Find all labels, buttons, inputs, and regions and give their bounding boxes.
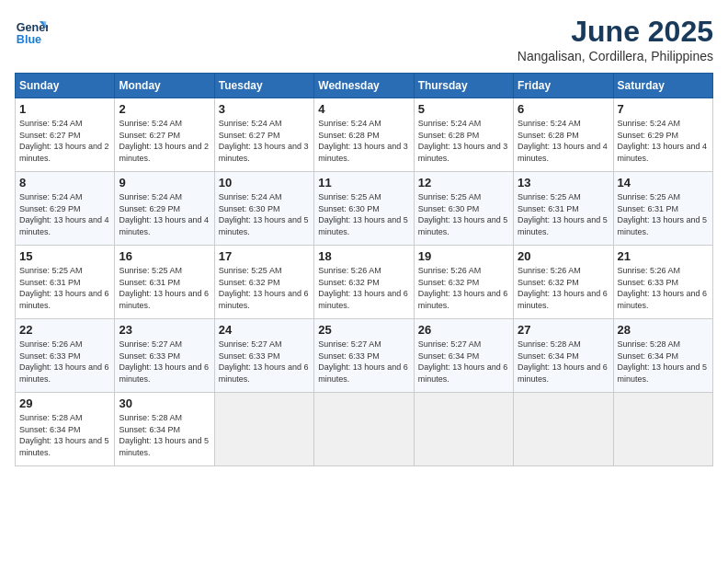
calendar-day-cell: 24 Sunrise: 5:27 AM Sunset: 6:33 PM Dayl… [214, 319, 313, 393]
calendar-week-row: 22 Sunrise: 5:26 AM Sunset: 6:33 PM Dayl… [16, 319, 713, 393]
main-title: June 2025 [518, 15, 713, 49]
calendar-day-cell: 10 Sunrise: 5:24 AM Sunset: 6:30 PM Dayl… [214, 172, 313, 246]
calendar-day-header: Wednesday [314, 74, 414, 98]
calendar-day-cell: 22 Sunrise: 5:26 AM Sunset: 6:33 PM Dayl… [16, 319, 115, 393]
calendar-table: SundayMondayTuesdayWednesdayThursdayFrid… [15, 73, 713, 466]
calendar-day-cell: 4 Sunrise: 5:24 AM Sunset: 6:28 PM Dayli… [314, 98, 414, 172]
day-number: 2 [119, 102, 210, 116]
calendar-day-header: Saturday [613, 74, 712, 98]
day-info: Sunrise: 5:24 AM Sunset: 6:28 PM Dayligh… [518, 118, 609, 164]
calendar-day-header: Monday [115, 74, 214, 98]
day-number: 22 [19, 323, 110, 337]
day-info: Sunrise: 5:28 AM Sunset: 6:34 PM Dayligh… [19, 412, 110, 458]
calendar-day-cell [214, 393, 313, 466]
day-info: Sunrise: 5:26 AM Sunset: 6:32 PM Dayligh… [518, 265, 609, 311]
day-number: 12 [418, 176, 509, 190]
calendar-day-cell: 26 Sunrise: 5:27 AM Sunset: 6:34 PM Dayl… [414, 319, 513, 393]
day-number: 18 [318, 249, 409, 263]
calendar-day-header: Tuesday [214, 74, 313, 98]
day-number: 3 [219, 102, 310, 116]
subtitle: Nangalisan, Cordillera, Philippines [518, 49, 713, 63]
calendar-day-header: Sunday [16, 74, 115, 98]
calendar-day-cell: 1 Sunrise: 5:24 AM Sunset: 6:27 PM Dayli… [16, 98, 115, 172]
calendar-day-cell [613, 393, 712, 466]
day-info: Sunrise: 5:25 AM Sunset: 6:30 PM Dayligh… [318, 191, 409, 237]
day-info: Sunrise: 5:25 AM Sunset: 6:31 PM Dayligh… [518, 191, 609, 237]
day-number: 23 [119, 323, 210, 337]
day-info: Sunrise: 5:24 AM Sunset: 6:27 PM Dayligh… [19, 118, 110, 164]
calendar-day-cell [414, 393, 513, 466]
calendar-day-cell [514, 393, 613, 466]
calendar-week-row: 15 Sunrise: 5:25 AM Sunset: 6:31 PM Dayl… [16, 246, 713, 319]
calendar-day-cell [314, 393, 414, 466]
calendar-day-cell: 23 Sunrise: 5:27 AM Sunset: 6:33 PM Dayl… [115, 319, 214, 393]
calendar-day-cell: 20 Sunrise: 5:26 AM Sunset: 6:32 PM Dayl… [514, 246, 613, 319]
day-number: 20 [518, 249, 609, 263]
calendar-day-cell: 2 Sunrise: 5:24 AM Sunset: 6:27 PM Dayli… [115, 98, 214, 172]
day-number: 15 [19, 249, 110, 263]
day-number: 27 [518, 323, 609, 337]
calendar-day-header: Friday [514, 74, 613, 98]
calendar-day-cell: 7 Sunrise: 5:24 AM Sunset: 6:29 PM Dayli… [613, 98, 712, 172]
day-info: Sunrise: 5:25 AM Sunset: 6:31 PM Dayligh… [19, 265, 110, 311]
calendar-day-cell: 3 Sunrise: 5:24 AM Sunset: 6:27 PM Dayli… [214, 98, 313, 172]
page-header: General Blue June 2025 Nangalisan, Cordi… [15, 15, 713, 63]
day-info: Sunrise: 5:28 AM Sunset: 6:34 PM Dayligh… [119, 412, 210, 458]
day-info: Sunrise: 5:28 AM Sunset: 6:34 PM Dayligh… [618, 339, 709, 385]
calendar-day-cell: 8 Sunrise: 5:24 AM Sunset: 6:29 PM Dayli… [16, 172, 115, 246]
calendar-day-cell: 6 Sunrise: 5:24 AM Sunset: 6:28 PM Dayli… [514, 98, 613, 172]
day-number: 17 [219, 249, 310, 263]
day-number: 13 [518, 176, 609, 190]
day-number: 1 [19, 102, 110, 116]
day-info: Sunrise: 5:27 AM Sunset: 6:33 PM Dayligh… [219, 339, 310, 385]
day-number: 4 [318, 102, 409, 116]
day-info: Sunrise: 5:24 AM Sunset: 6:27 PM Dayligh… [219, 118, 310, 164]
title-area: June 2025 Nangalisan, Cordillera, Philip… [518, 15, 713, 63]
day-number: 16 [119, 249, 210, 263]
day-number: 21 [618, 249, 709, 263]
day-info: Sunrise: 5:24 AM Sunset: 6:28 PM Dayligh… [318, 118, 409, 164]
day-number: 5 [418, 102, 509, 116]
logo-icon: General Blue [15, 15, 48, 48]
calendar-day-cell: 14 Sunrise: 5:25 AM Sunset: 6:31 PM Dayl… [613, 172, 712, 246]
day-number: 28 [618, 323, 709, 337]
calendar-week-row: 29 Sunrise: 5:28 AM Sunset: 6:34 PM Dayl… [16, 393, 713, 466]
day-info: Sunrise: 5:25 AM Sunset: 6:30 PM Dayligh… [418, 191, 509, 237]
day-number: 25 [318, 323, 409, 337]
day-number: 7 [618, 102, 709, 116]
calendar-day-cell: 11 Sunrise: 5:25 AM Sunset: 6:30 PM Dayl… [314, 172, 414, 246]
calendar-header-row: SundayMondayTuesdayWednesdayThursdayFrid… [16, 74, 713, 98]
calendar-day-cell: 25 Sunrise: 5:27 AM Sunset: 6:33 PM Dayl… [314, 319, 414, 393]
calendar-day-cell: 30 Sunrise: 5:28 AM Sunset: 6:34 PM Dayl… [115, 393, 214, 466]
calendar-day-cell: 19 Sunrise: 5:26 AM Sunset: 6:32 PM Dayl… [414, 246, 513, 319]
calendar-day-header: Thursday [414, 74, 513, 98]
day-number: 11 [318, 176, 409, 190]
day-number: 29 [19, 396, 110, 410]
day-info: Sunrise: 5:24 AM Sunset: 6:29 PM Dayligh… [119, 191, 210, 237]
calendar-day-cell: 29 Sunrise: 5:28 AM Sunset: 6:34 PM Dayl… [16, 393, 115, 466]
calendar-day-cell: 18 Sunrise: 5:26 AM Sunset: 6:32 PM Dayl… [314, 246, 414, 319]
day-info: Sunrise: 5:25 AM Sunset: 6:31 PM Dayligh… [618, 191, 709, 237]
calendar-week-row: 1 Sunrise: 5:24 AM Sunset: 6:27 PM Dayli… [16, 98, 713, 172]
day-info: Sunrise: 5:26 AM Sunset: 6:33 PM Dayligh… [618, 265, 709, 311]
calendar-day-cell: 9 Sunrise: 5:24 AM Sunset: 6:29 PM Dayli… [115, 172, 214, 246]
day-info: Sunrise: 5:25 AM Sunset: 6:32 PM Dayligh… [219, 265, 310, 311]
day-info: Sunrise: 5:24 AM Sunset: 6:28 PM Dayligh… [418, 118, 509, 164]
day-info: Sunrise: 5:26 AM Sunset: 6:32 PM Dayligh… [318, 265, 409, 311]
day-info: Sunrise: 5:28 AM Sunset: 6:34 PM Dayligh… [518, 339, 609, 385]
day-info: Sunrise: 5:25 AM Sunset: 6:31 PM Dayligh… [119, 265, 210, 311]
day-info: Sunrise: 5:24 AM Sunset: 6:27 PM Dayligh… [119, 118, 210, 164]
day-number: 24 [219, 323, 310, 337]
day-info: Sunrise: 5:27 AM Sunset: 6:33 PM Dayligh… [119, 339, 210, 385]
calendar-day-cell: 21 Sunrise: 5:26 AM Sunset: 6:33 PM Dayl… [613, 246, 712, 319]
calendar-day-cell: 27 Sunrise: 5:28 AM Sunset: 6:34 PM Dayl… [514, 319, 613, 393]
calendar-day-cell: 16 Sunrise: 5:25 AM Sunset: 6:31 PM Dayl… [115, 246, 214, 319]
calendar-day-cell: 5 Sunrise: 5:24 AM Sunset: 6:28 PM Dayli… [414, 98, 513, 172]
day-info: Sunrise: 5:27 AM Sunset: 6:34 PM Dayligh… [418, 339, 509, 385]
day-number: 10 [219, 176, 310, 190]
day-info: Sunrise: 5:24 AM Sunset: 6:29 PM Dayligh… [618, 118, 709, 164]
day-number: 26 [418, 323, 509, 337]
day-number: 6 [518, 102, 609, 116]
day-info: Sunrise: 5:24 AM Sunset: 6:29 PM Dayligh… [19, 191, 110, 237]
day-info: Sunrise: 5:26 AM Sunset: 6:32 PM Dayligh… [418, 265, 509, 311]
